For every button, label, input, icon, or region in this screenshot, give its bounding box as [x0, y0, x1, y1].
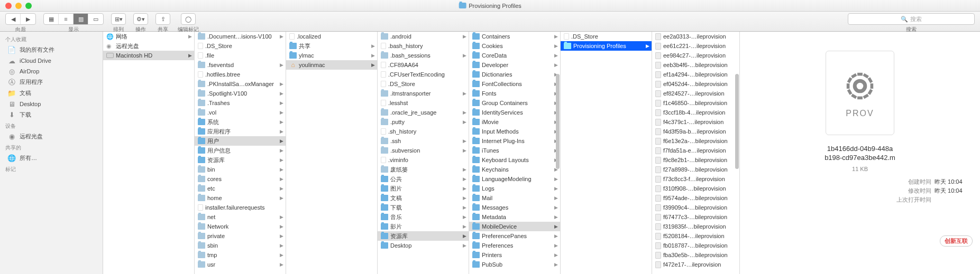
list-item[interactable]: f27a8989-…bileprovision — [652, 165, 739, 174]
list-item[interactable]: IdentityServices▶ — [469, 108, 560, 117]
list-item[interactable]: f6e13e2a-…bileprovision — [652, 136, 739, 146]
list-item[interactable]: ef824527-…ileprovision — [652, 89, 739, 98]
list-item[interactable]: .subversion▶ — [378, 146, 469, 155]
list-item[interactable]: 图片▶ — [378, 184, 469, 193]
zoom-icon[interactable] — [25, 3, 32, 9]
list-item[interactable]: ◉远程光盘 — [103, 41, 194, 51]
share-button[interactable]: ⇪ — [155, 13, 170, 25]
list-item[interactable]: .CFUserTextEncoding — [378, 70, 469, 79]
back-button[interactable]: ◀ — [6, 14, 21, 24]
list-item[interactable]: home▶ — [195, 193, 286, 203]
minimize-icon[interactable] — [15, 3, 22, 9]
list-item[interactable]: .PKInstallSa…oxManager▶ — [195, 79, 286, 89]
list-item[interactable]: Group Containers▶ — [469, 98, 560, 108]
list-item[interactable]: .viminfo — [378, 155, 469, 165]
view-icons-button[interactable]: ▦ — [44, 14, 59, 24]
list-item[interactable]: tmp▶ — [195, 250, 286, 260]
search-input[interactable]: 🔍 搜索 — [848, 13, 975, 25]
list-item[interactable]: f67477c3-…bileprovision — [652, 212, 739, 222]
list-item[interactable]: .localized — [286, 32, 377, 41]
list-item[interactable]: LanguageModeling▶ — [469, 174, 560, 184]
list-item[interactable]: Dictionaries▶ — [469, 70, 560, 79]
list-item[interactable]: f9574ade-…bileprovision — [652, 193, 739, 203]
list-item[interactable]: Desktop▶ — [378, 241, 469, 250]
list-item[interactable]: .oracle_jre_usage▶ — [378, 108, 469, 117]
list-item[interactable]: PreferencePanes▶ — [469, 231, 560, 241]
list-item[interactable]: cores▶ — [195, 174, 286, 184]
scrollbar[interactable] — [556, 32, 560, 274]
list-item[interactable]: ⌂youlinmac▶ — [286, 60, 377, 70]
scrollbar-thumb[interactable] — [556, 74, 560, 169]
list-item[interactable]: 资源库▶ — [195, 155, 286, 165]
list-item[interactable]: iTunes▶ — [469, 146, 560, 155]
list-item[interactable]: 系统▶ — [195, 117, 286, 127]
list-item[interactable]: .ssh▶ — [378, 136, 469, 146]
list-item[interactable]: f310f908-…bileprovision — [652, 184, 739, 193]
list-item[interactable]: PubSub▶ — [469, 260, 560, 269]
view-coverflow-button[interactable]: ▭ — [88, 14, 103, 24]
list-item[interactable]: Preferences▶ — [469, 241, 560, 250]
list-item[interactable]: Logs▶ — [469, 184, 560, 193]
list-item[interactable]: Network▶ — [195, 222, 286, 231]
sidebar-item[interactable]: 📁文稿 — [0, 88, 103, 99]
sidebar-item[interactable]: Ⓐ应用程序 — [0, 77, 103, 88]
list-item[interactable]: Macintosh HD▶ — [103, 51, 194, 60]
list-item[interactable]: 🌐网络▶ — [103, 32, 194, 41]
list-item[interactable]: ee61c221-…ileprovision — [652, 41, 739, 51]
list-item[interactable]: .fseventsd▶ — [195, 60, 286, 70]
list-item[interactable]: 废纸篓▶ — [378, 165, 469, 174]
sidebar-item[interactable]: ☁iCloud Drive — [0, 55, 103, 66]
list-item[interactable]: .DS_Store — [195, 41, 286, 51]
list-item[interactable]: Developer▶ — [469, 60, 560, 70]
sidebar-item[interactable]: ◉远程光盘 — [0, 131, 103, 142]
list-item[interactable]: Provisioning Profiles▶ — [561, 41, 652, 51]
list-item[interactable]: Containers▶ — [469, 32, 560, 41]
list-item[interactable]: f9c8e2b1-…bileprovision — [652, 155, 739, 165]
list-item[interactable]: f472e17-…ileprovision — [652, 260, 739, 269]
list-item[interactable]: .CF89AA64 — [378, 60, 469, 70]
list-item[interactable]: Mail▶ — [469, 193, 560, 203]
list-item[interactable]: usr▶ — [195, 260, 286, 269]
view-columns-button[interactable]: ▥ — [74, 14, 88, 24]
list-item[interactable]: .putty▶ — [378, 117, 469, 127]
tags-button[interactable]: ◯ — [181, 13, 196, 25]
list-item[interactable]: ef1a4294-…bileprovision — [652, 70, 739, 79]
list-item[interactable]: eeb3b4f6-…bileprovision — [652, 60, 739, 70]
list-item[interactable]: etc▶ — [195, 184, 286, 193]
list-item[interactable]: .hotfiles.btree — [195, 70, 286, 79]
list-item[interactable]: private▶ — [195, 231, 286, 241]
list-item[interactable]: sbin▶ — [195, 241, 286, 250]
list-item[interactable]: f4c379c1-…ileprovision — [652, 117, 739, 127]
list-item[interactable]: .Spotlight-V100▶ — [195, 89, 286, 98]
list-item[interactable]: ylmac▶ — [286, 51, 377, 60]
list-item[interactable]: Metadata▶ — [469, 212, 560, 222]
list-item[interactable]: .android▶ — [378, 32, 469, 41]
list-item[interactable]: Fonts▶ — [469, 89, 560, 98]
list-item[interactable]: .itmstransporter▶ — [378, 89, 469, 98]
list-item[interactable]: .file — [195, 51, 286, 60]
list-item[interactable]: 音乐▶ — [378, 212, 469, 222]
list-item[interactable]: f7fda51a-e…ileprovision — [652, 146, 739, 155]
close-icon[interactable] — [5, 3, 12, 9]
list-item[interactable]: .Document…isions-V100▶ — [195, 32, 286, 41]
list-item[interactable]: .lesshst — [378, 98, 469, 108]
list-item[interactable]: Internet Plug-Ins▶ — [469, 136, 560, 146]
list-item[interactable]: Messages▶ — [469, 203, 560, 212]
list-item[interactable]: iMovie▶ — [469, 117, 560, 127]
list-item[interactable]: .DS_Store — [378, 79, 469, 89]
list-item[interactable]: .vol▶ — [195, 108, 286, 117]
list-item[interactable]: 资源库▶ — [378, 231, 469, 241]
list-item[interactable]: 公共▶ — [378, 174, 469, 184]
list-item[interactable]: f73c8cc3-f…ileprovision — [652, 174, 739, 184]
list-item[interactable]: f319835f-…bileprovision — [652, 222, 739, 231]
list-item[interactable]: 下载▶ — [378, 203, 469, 212]
list-item[interactable]: FontCollections▶ — [469, 79, 560, 89]
action-button[interactable]: ⚙▾ — [133, 13, 148, 25]
scrollbar-thumb[interactable] — [735, 74, 739, 169]
list-item[interactable]: CoreData▶ — [469, 51, 560, 60]
sidebar-item[interactable]: 📄我的所有文件 — [0, 44, 103, 55]
list-item[interactable]: f4d3f59a-b…ileprovision — [652, 127, 739, 136]
list-item[interactable]: 共享▶ — [286, 41, 377, 51]
list-item[interactable]: ee2a0313-…ileprovision — [652, 32, 739, 41]
sidebar-item[interactable]: 🖥Desktop — [0, 99, 103, 109]
